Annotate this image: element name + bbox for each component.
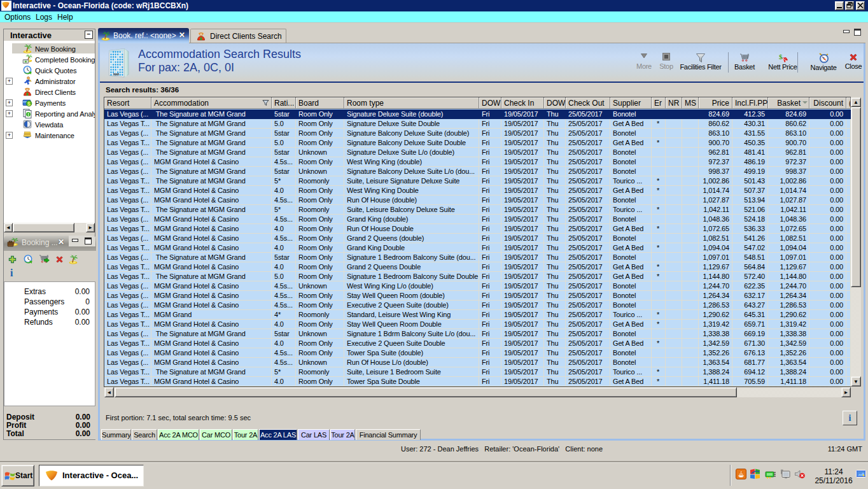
svg-text:$: $	[27, 101, 31, 107]
svg-text:$: $	[779, 53, 783, 60]
